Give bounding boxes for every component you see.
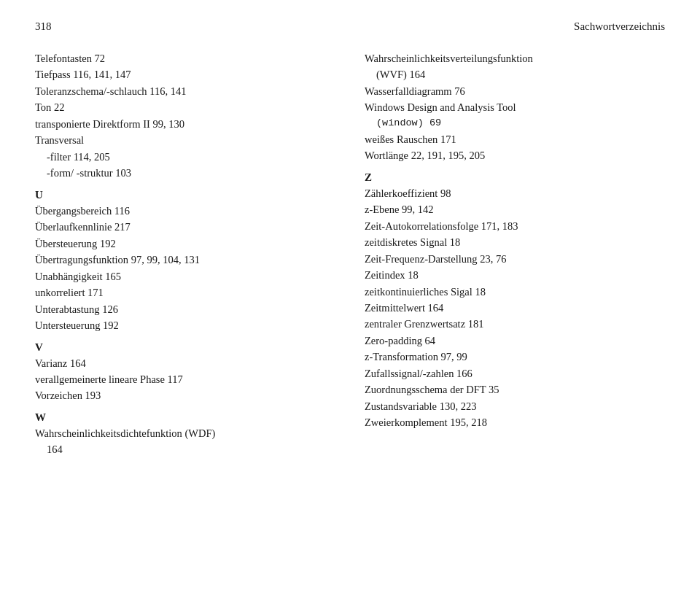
index-entry: Übertragungsfunktion 97, 99, 104, 131: [35, 252, 335, 268]
left-column: Telefontasten 72Tiefpass 116, 141, 147To…: [35, 50, 335, 458]
index-entry: zentraler Grenzwertsatz 181: [365, 316, 665, 332]
page: 318 Sachwortverzeichnis Telefontasten 72…: [0, 0, 700, 601]
index-entry: Zeitindex 18: [365, 267, 665, 283]
page-header: 318 Sachwortverzeichnis: [35, 20, 665, 33]
section-letter: V: [35, 341, 335, 354]
index-entry: Zufallssignal/-zahlen 166: [365, 365, 665, 381]
index-entry: -form/ -struktur 103: [35, 165, 335, 181]
index-entry: Wahrscheinlichkeitsverteilungsfunktion: [365, 50, 665, 66]
index-entry: verallgemeinerte lineare Phase 117: [35, 371, 335, 387]
index-entry: Wahrscheinlichkeitsdichtefunktion (WDF): [35, 425, 335, 441]
index-entry: unkorreliert 171: [35, 284, 335, 300]
index-entry: Untersteuerung 192: [35, 317, 335, 333]
index-entry: Unterabtastung 126: [35, 301, 335, 317]
index-columns: Telefontasten 72Tiefpass 116, 141, 147To…: [35, 50, 665, 458]
index-entry: Zeit-Autokorrelationsfolge 171, 183: [365, 218, 665, 234]
index-entry: z-Transformation 97, 99: [365, 349, 665, 365]
index-entry: Zuordnungsschema der DFT 35: [365, 381, 665, 398]
index-entry: Übergangsbereich 116: [35, 203, 335, 219]
index-entry: Übersteuerung 192: [35, 236, 335, 252]
index-entry: zeitkontinuierliches Sigal 18: [365, 284, 665, 300]
index-entry: Wortlänge 22, 191, 195, 205: [365, 147, 665, 163]
index-entry: Zeit-Frequenz-Darstellung 23, 76: [365, 251, 665, 267]
index-entry: -filter 114, 205: [35, 149, 335, 165]
index-entry: (window) 69: [365, 116, 665, 131]
index-entry: Überlaufkennlinie 217: [35, 219, 335, 235]
index-entry: transponierte Direktform II 99, 130: [35, 116, 335, 132]
index-entry: Telefontasten 72: [35, 50, 335, 66]
index-entry: Zustandsvariable 130, 223: [365, 398, 665, 414]
right-column: Wahrscheinlichkeitsverteilungsfunktion(W…: [365, 50, 665, 431]
index-entry: Zählerkoeffizient 98: [365, 185, 665, 201]
index-entry: Zeitmittelwert 164: [365, 300, 665, 316]
index-entry: weißes Rauschen 171: [365, 131, 665, 147]
section-letter: Z: [365, 171, 665, 184]
page-number: 318: [35, 20, 52, 33]
index-entry: Ton 22: [35, 99, 335, 115]
section-letter: U: [35, 189, 335, 201]
index-entry: z-Ebene 99, 142: [365, 201, 665, 217]
index-entry: Vorzeichen 193: [35, 387, 335, 403]
index-entry: Zero-padding 64: [365, 333, 665, 349]
index-entry: zeitdiskretes Signal 18: [365, 234, 665, 250]
index-entry: Windows Design and Analysis Tool: [365, 99, 665, 115]
page-title: Sachwortverzeichnis: [574, 20, 665, 33]
index-entry: Toleranzschema/-schlauch 116, 141: [35, 83, 335, 99]
index-entry: Unabhängigkeit 165: [35, 268, 335, 284]
index-entry: Wasserfalldiagramm 76: [365, 83, 665, 99]
index-entry: (WVF) 164: [365, 66, 665, 82]
index-entry: Varianz 164: [35, 355, 335, 371]
index-entry: Transversal: [35, 132, 335, 148]
section-letter: W: [35, 411, 335, 424]
index-entry: Zweierkomplement 195, 218: [365, 414, 665, 430]
index-entry: 164: [35, 441, 335, 457]
index-entry: Tiefpass 116, 141, 147: [35, 66, 335, 82]
